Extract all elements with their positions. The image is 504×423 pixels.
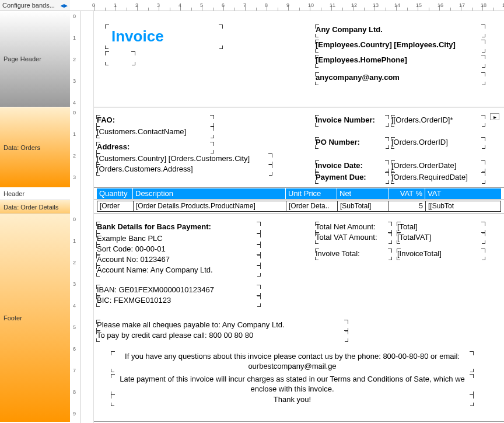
td-net: [SubTotal]: [338, 201, 389, 211]
bank-details-title[interactable]: Bank Details for Bacs Payment:: [97, 222, 260, 233]
configure-bands-label: Configure bands...: [2, 2, 55, 9]
td-quantity: [Order: [97, 201, 134, 211]
section-data-orders[interactable]: ▸ FAO: [Customers.ContactName] Address: …: [94, 107, 504, 188]
section-order-details[interactable]: [Order [Order Details.Products.ProductNa…: [94, 200, 504, 214]
iban[interactable]: IBAN: GE01FEXM0000010123467: [97, 285, 260, 296]
invoice-total-label[interactable]: Invoive Total:: [316, 249, 391, 260]
bank-line2[interactable]: Sort Code: 00-00-01: [97, 244, 260, 255]
invoice-title[interactable]: Invoice: [106, 25, 222, 48]
th-vat-pct: VAT %: [388, 188, 425, 199]
configure-bands-bar[interactable]: Configure bands... ◂▸: [0, 0, 70, 11]
address-line1[interactable]: [Customers.Country] [Orders.Customers.Ci…: [97, 154, 272, 165]
td-vat: [[SubTot: [426, 201, 501, 211]
cheque-text[interactable]: Please make all cheques payable to: Any …: [97, 320, 348, 331]
ruler-gap: [81, 11, 94, 423]
bank-line1[interactable]: Example Banc PLC: [97, 234, 260, 244]
total-net-label[interactable]: Total Net Amount:: [316, 222, 391, 233]
address-line2[interactable]: [Orders.Customers.Address]: [97, 165, 272, 175]
fao-value[interactable]: [Customers.ContactName]: [97, 127, 214, 138]
section-page-header[interactable]: Invoice Any Company Ltd. [Employees.Coun…: [94, 11, 504, 107]
company-country-city[interactable]: [Employees.Country] [Employees.City]: [316, 40, 485, 52]
late-payment-text[interactable]: Late payment of this invoice will incur …: [111, 375, 473, 394]
payment-due-label[interactable]: Payment Due:: [316, 173, 388, 183]
band-data-orders[interactable]: Data: Orders: [0, 107, 70, 188]
total-vat-label[interactable]: Total VAT Amount:: [316, 233, 391, 243]
bank-line3[interactable]: Account No: 0123467: [97, 255, 260, 265]
band-page-header[interactable]: Page Header: [0, 11, 70, 107]
company-name[interactable]: Any Company Ltd.: [316, 25, 485, 37]
band-nav-arrow-icon[interactable]: ▸: [490, 113, 499, 120]
th-unit-price: Unit Price: [286, 188, 337, 199]
spacer-box[interactable]: [106, 52, 135, 65]
td-description: [Order Details.Products.ProductName]: [134, 201, 286, 211]
collapse-arrows-icon[interactable]: ◂▸: [61, 2, 68, 9]
band-footer[interactable]: Footer: [0, 214, 70, 422]
td-vat-pct: 5: [389, 201, 426, 211]
invoice-total-value[interactable]: [InvoiceTotal]: [397, 249, 485, 260]
company-phone[interactable]: [Employees.HomePhone]: [316, 55, 485, 67]
band-header[interactable]: Header: [0, 188, 70, 200]
section-footer[interactable]: Bank Details for Bacs Payment: Example B…: [94, 214, 504, 422]
credit-text[interactable]: To pay by credit card please call: 800 0…: [97, 331, 348, 341]
total-net-value[interactable]: [Total]: [397, 222, 485, 233]
td-unit-price: [Order Deta..: [286, 201, 338, 211]
bank-line4[interactable]: Account Name: Any Company Ltd.: [97, 265, 260, 276]
th-description: Description: [133, 188, 286, 199]
company-email[interactable]: anycompany@any.com: [316, 73, 485, 85]
th-vat: VAT: [425, 188, 501, 199]
po-number-value[interactable]: [Orders.OrderID]: [391, 138, 485, 148]
th-net: Net: [337, 188, 388, 199]
design-canvas[interactable]: Invoice Any Company Ltd. [Employees.Coun…: [94, 11, 504, 423]
invoice-date-value[interactable]: [Orders.OrderDate]: [391, 161, 485, 172]
table-row[interactable]: [Order [Order Details.Products.ProductNa…: [97, 201, 501, 212]
table-header-row[interactable]: Quantity Description Unit Price Net VAT …: [97, 188, 501, 199]
thank-you-text[interactable]: Thank you!: [111, 395, 473, 405]
invoice-number-value[interactable]: [[Orders.OrderID]*: [391, 116, 485, 126]
band-order-details[interactable]: Data: Order Details: [0, 200, 70, 214]
contact-text[interactable]: If you have any questions about this inv…: [111, 352, 473, 372]
fao-label[interactable]: FAO:: [97, 116, 214, 126]
po-number-label[interactable]: PO Number:: [316, 138, 388, 148]
payment-due-value[interactable]: [Orders.RequiredDate]: [391, 173, 485, 183]
invoice-number-label[interactable]: Invoice Number:: [316, 116, 388, 126]
th-quantity: Quantity: [97, 188, 133, 199]
section-header[interactable]: Quantity Description Unit Price Net VAT …: [94, 188, 504, 200]
ruler-vertical: 0123401230123456789: [70, 11, 81, 423]
invoice-date-label[interactable]: Invoice Date:: [316, 161, 388, 172]
ruler-horizontal: 012345678910111213141516171819: [70, 0, 504, 11]
bands-panel: Configure bands... ◂▸ Page Header Data: …: [0, 0, 70, 423]
bic[interactable]: BIC: FEXMGE010123: [97, 296, 260, 306]
address-label[interactable]: Address:: [97, 142, 214, 153]
total-vat-value[interactable]: [TotalVAT]: [397, 233, 485, 243]
